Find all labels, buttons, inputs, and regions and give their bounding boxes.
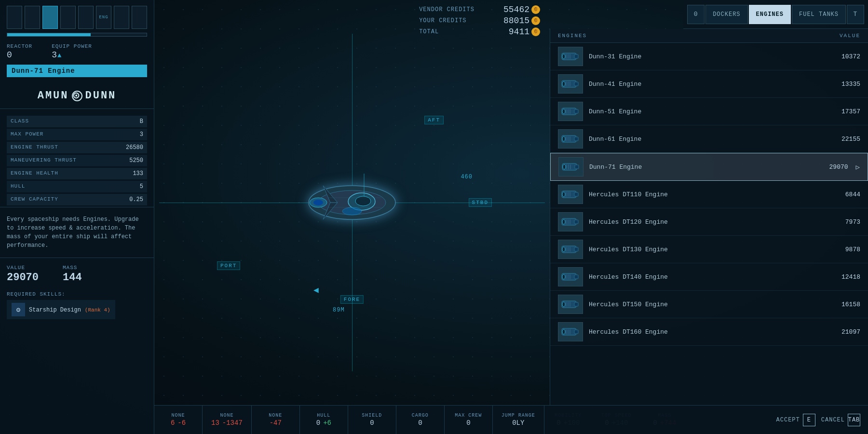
stats-table: CLASS BMAX POWER 3ENGINE THRUST 26580MAN… [0,109,154,207]
svg-rect-59 [570,247,570,252]
power-slot-6 [114,6,129,29]
bottom-stat-value: -47 [270,419,282,427]
engine-name: Hercules DT110 Engine [589,191,826,198]
engine-name: Dunn-31 Engine [589,53,826,60]
total-coin-icon: © [531,27,540,36]
engine-name: Hercules DT130 Engine [589,246,826,253]
skill-badge: ⚙ Starship Design (Rank 4) [7,300,115,319]
svg-point-20 [562,81,565,86]
action-bar: ACCEPT E CANCEL TAB [550,405,868,434]
svg-rect-39 [566,164,567,169]
stat-row-crew-capacity: CREW CAPACITY 0.25 [7,194,147,205]
coord-x: 89M [333,307,345,313]
engine-list-item[interactable]: Dunn-61 Engine 22155 [550,125,868,153]
reactor-val: 0 [7,50,32,60]
engine-list-item[interactable]: Hercules DT120 Engine 7973 [550,208,868,236]
svg-rect-28 [568,109,569,114]
engine-name: Dunn-51 Engine [589,108,826,115]
power-bar [7,33,147,37]
svg-rect-67 [574,302,578,306]
svg-rect-15 [566,54,567,59]
svg-rect-22 [568,81,569,86]
engine-list-item[interactable]: Hercules DT160 Engine 21097 [550,318,868,346]
left-panel: ENG REACTOR 0 EQUIP POWER 3▲ Dunn-71 Eng… [0,0,154,434]
bottom-stat-hull: HULL 0 +6 [300,406,348,434]
value-label: VALUE [7,265,39,271]
bottom-stat-value: 0LY [512,419,524,427]
svg-rect-29 [570,109,570,114]
reactor-label: REACTOR [7,43,32,49]
bottom-stat-label: SHIELD [362,413,382,418]
engine-value: 9878 [831,246,860,253]
bottom-stat-label: JUMP RANGE [502,413,535,418]
svg-rect-40 [568,164,569,169]
engine-value: 12418 [831,273,860,281]
top-navigation: 0 DOCKERS ENGINES FUEL TANKS T [683,0,868,29]
accept-key: E [803,414,815,426]
equip-power-label: EQUIP POWER [52,43,92,49]
svg-rect-37 [575,165,579,169]
svg-rect-41 [570,164,571,169]
engines-nav-button[interactable]: ENGINES [749,5,791,24]
value-mass-row: VALUE 29070 MASS 144 [0,258,154,287]
accept-button[interactable]: ACCEPT E [776,414,815,426]
brand-area: AMUN ⊙ DUNN [0,80,154,109]
engine-value: 16158 [831,301,860,308]
engine-list-item[interactable]: Hercules DT110 Engine 6844 [550,181,868,208]
stat-val: 5250 [129,157,143,164]
engine-name: Hercules DT140 Engine [589,273,826,281]
bottom-stat-value: +6 [323,419,331,427]
power-slot-1 [7,6,22,29]
skill-icon: ⚙ [12,303,25,316]
stat-label: MANEUVERING THRUST [11,157,77,164]
power-slot-4 [60,6,76,29]
eng-label: ENG [96,6,111,29]
engine-list-item[interactable]: Hercules DT130 Engine 9878 [550,236,868,263]
engine-list-item[interactable]: Hercules DT140 Engine 12418 [550,263,868,291]
stbd-label: STBD [469,198,492,207]
stat-label: ENGINE HEALTH [11,170,58,177]
t-nav-button[interactable]: T [847,5,864,24]
svg-point-68 [562,302,565,307]
svg-rect-64 [568,274,569,279]
svg-rect-61 [574,275,578,279]
dockers-nav-button[interactable]: DOCKERS [705,5,747,24]
req-skills-label: REQUIRED SKILLS: [7,291,147,297]
engine-list-item[interactable]: Dunn-41 Engine 13335 [550,70,868,98]
svg-rect-75 [566,329,567,334]
stat-row-max-power: MAX POWER 3 [7,129,147,140]
engine-list-item[interactable]: Dunn-71 Engine 29070 ▷ [550,153,868,181]
stat-val: 0.25 [129,196,143,203]
fuel-tanks-nav-button[interactable]: FUEL TANKS [792,5,846,24]
power-slot-3 [42,6,58,29]
svg-rect-45 [566,192,567,197]
stat-label: ENGINE THRUST [11,144,58,151]
engine-list-item[interactable]: Dunn-51 Engine 17357 [550,98,868,125]
svg-rect-25 [574,109,578,113]
engine-name: Hercules DT150 Engine [589,301,826,308]
stat-row-class: CLASS B [7,116,147,127]
stat-row-engine-thrust: ENGINE THRUST 26580 [7,142,147,153]
engine-list[interactable]: Dunn-31 Engine 10372 Dunn-41 Engine 1333… [550,43,868,405]
engine-thumbnail [558,129,583,149]
svg-point-26 [562,109,565,114]
engine-list-item[interactable]: Dunn-31 Engine 10372 [550,43,868,70]
aft-label: AFT [424,116,444,124]
engine-list-item[interactable]: Hercules DT150 Engine 16158 [550,291,868,318]
zero-nav-button[interactable]: 0 [687,5,705,24]
vendor-coin-icon: © [531,5,540,14]
svg-rect-19 [574,82,578,86]
fore-label: FORE [340,295,364,304]
engine-thumbnail [558,47,583,66]
engine-thumbnail [558,322,583,341]
power-slot-7 [132,6,147,29]
vendor-credits-label: VENDOR CREDITS [419,6,475,13]
item-description: Every spaceship needs Engines. Upgrade t… [0,207,154,258]
svg-point-56 [562,247,565,252]
reactor-row: REACTOR 0 EQUIP POWER 3▲ [0,41,154,62]
power-slot-2 [25,6,40,29]
brand-logo: AMUN ⊙ DUNN [38,90,117,102]
svg-rect-69 [566,302,567,307]
credits-area: VENDOR CREDITS 55462 © YOUR CREDITS 8801… [154,0,550,48]
cancel-button[interactable]: CANCEL TAB [821,414,860,426]
